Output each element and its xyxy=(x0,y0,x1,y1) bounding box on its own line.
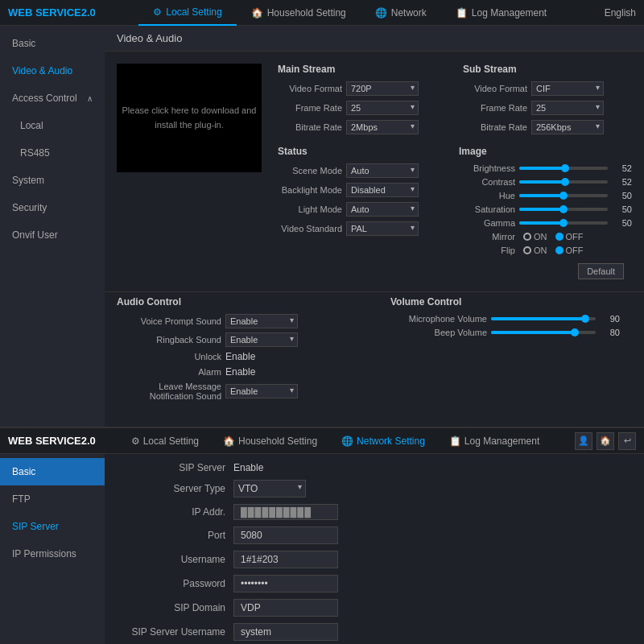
light-mode-wrapper: Auto xyxy=(346,202,419,217)
sip-domain-input[interactable] xyxy=(233,599,338,617)
nav-items: ⚙ Local Setting 🏠 Household Setting 🌐 Ne… xyxy=(138,0,561,26)
port-input[interactable] xyxy=(233,526,338,544)
main-video-format-wrapper: 720P xyxy=(346,81,419,96)
bottom-household-icon: 🏠 xyxy=(223,436,235,447)
server-type-select[interactable]: VTO xyxy=(233,480,306,497)
sub-bitrate-wrapper: 256Kbps xyxy=(531,120,604,134)
mirror-on-option[interactable]: ON xyxy=(523,232,547,242)
sub-video-format-wrapper: CIF xyxy=(531,81,604,96)
sidebar-item-video-audio[interactable]: Video & Audio xyxy=(0,57,105,85)
flip-on-radio xyxy=(523,246,531,254)
bottom-nav-local[interactable]: ⚙ Local Setting xyxy=(119,428,211,454)
nav-network[interactable]: 🌐 Network xyxy=(361,0,441,26)
voice-prompt-wrapper: Enable xyxy=(225,314,298,328)
scene-mode-wrapper: Auto xyxy=(346,163,419,178)
sub-video-format-select[interactable]: CIF xyxy=(531,81,604,96)
ip-addr-display: ██████████ xyxy=(233,504,338,520)
main-bitrate-wrapper: 2Mbps xyxy=(346,120,419,134)
network-icon: 🌐 xyxy=(375,7,387,19)
sidebar-item-onvif-user[interactable]: Onvif User xyxy=(0,221,105,249)
sidebar-item-system[interactable]: System xyxy=(0,167,105,194)
bottom-sidebar-ftp[interactable]: FTP xyxy=(0,485,105,513)
main-frame-rate-select[interactable]: 25 xyxy=(346,101,419,115)
backlight-mode-select[interactable]: Disabled xyxy=(346,183,419,197)
user-icon-btn[interactable]: 👤 xyxy=(575,432,592,450)
flip-on-option[interactable]: ON xyxy=(523,246,547,255)
bottom-local-icon: ⚙ xyxy=(131,436,140,447)
logout-icon-btn[interactable]: ↩ xyxy=(618,432,636,450)
local-setting-icon: ⚙ xyxy=(153,6,162,18)
hue-slider[interactable] xyxy=(519,194,608,197)
bottom-nav-network[interactable]: 🌐 Network Setting xyxy=(329,428,437,454)
nav-household-setting[interactable]: 🏠 Household Setting xyxy=(237,0,361,26)
sidebar-item-security[interactable]: Security xyxy=(0,194,105,221)
left-sidebar: Basic Video & Audio Access Control Local… xyxy=(0,26,105,427)
mirror-off-option[interactable]: OFF xyxy=(555,232,584,242)
leave-message-wrapper: Enable xyxy=(225,384,298,398)
bottom-nav-items: ⚙ Local Setting 🏠 Household Setting 🌐 Ne… xyxy=(119,428,552,454)
sidebar-item-local[interactable]: Local xyxy=(0,112,105,139)
bottom-sidebar-sip-server[interactable]: SIP Server xyxy=(0,513,105,540)
bottom-sidebar-basic[interactable]: Basic xyxy=(0,458,105,485)
sidebar-item-rs485[interactable]: RS485 xyxy=(0,139,105,167)
audio-control: Audio Control Voice Prompt Sound Enable … xyxy=(117,296,358,405)
scene-mode-select[interactable]: Auto xyxy=(346,163,419,178)
voice-prompt-select[interactable]: Enable xyxy=(225,314,298,328)
sidebar-item-basic[interactable]: Basic xyxy=(0,30,105,57)
flip-off-option[interactable]: OFF xyxy=(555,246,584,255)
nav-log-management[interactable]: 📋 Log Management xyxy=(441,0,561,26)
server-type-wrapper: VTO xyxy=(233,480,306,497)
language-selector[interactable]: English xyxy=(605,7,636,19)
bottom-nav-icons: 👤 🏠 ↩ xyxy=(575,432,636,450)
ringback-wrapper: Enable xyxy=(225,332,298,347)
light-mode-select[interactable]: Auto xyxy=(346,202,419,217)
mirror-on-radio xyxy=(523,233,531,241)
top-navigation: WEB SERVICE2.0 ⚙ Local Setting 🏠 Househo… xyxy=(0,0,644,26)
home-icon-btn[interactable]: 🏠 xyxy=(597,432,614,450)
main-content-area: Video & Audio Please click here to downl… xyxy=(105,26,644,427)
bottom-sidebar-ip-permissions[interactable]: IP Permissions xyxy=(0,540,105,568)
contrast-slider[interactable] xyxy=(519,180,608,184)
flip-off-radio xyxy=(555,246,564,254)
video-standard-select[interactable]: PAL xyxy=(346,221,419,236)
mirror-radio-group: ON OFF xyxy=(523,232,584,242)
main-video-format-select[interactable]: 720P xyxy=(346,81,419,96)
brightness-slider[interactable] xyxy=(519,167,608,170)
video-preview[interactable]: Please click here to download and instal… xyxy=(117,64,262,172)
sub-frame-rate-wrapper: 25 xyxy=(531,101,604,115)
password-input[interactable] xyxy=(233,575,338,592)
sip-server-username-input[interactable] xyxy=(233,623,338,641)
brand-logo: WEB SERVICE2.0 xyxy=(8,6,96,19)
sub-frame-rate-select[interactable]: 25 xyxy=(531,101,604,115)
beep-volume-slider[interactable] xyxy=(491,331,596,334)
bottom-sidebar: Basic FTP SIP Server IP Permissions xyxy=(0,454,105,644)
sidebar-item-access-control[interactable]: Access Control xyxy=(0,85,105,112)
bottom-nav-log[interactable]: 📋 Log Management xyxy=(437,428,551,454)
leave-message-select[interactable]: Enable xyxy=(225,384,298,398)
saturation-slider[interactable] xyxy=(519,208,608,211)
household-icon: 🏠 xyxy=(251,7,263,19)
main-stream-settings: Main Stream Video Format 720P F xyxy=(278,64,447,139)
bottom-main-content: SIP Server Enable Server Type VTO IP Add… xyxy=(105,454,644,644)
bottom-navigation: WEB SERVICE2.0 ⚙ Local Setting 🏠 Househo… xyxy=(0,428,644,454)
status-settings: Status Scene Mode Auto Backligh xyxy=(278,146,443,283)
bottom-brand: WEB SERVICE2.0 xyxy=(8,435,96,447)
audio-section: Audio Control Voice Prompt Sound Enable … xyxy=(105,291,644,409)
flip-radio-group: ON OFF xyxy=(523,246,584,255)
nav-local-setting[interactable]: ⚙ Local Setting xyxy=(138,0,236,26)
bottom-nav-household[interactable]: 🏠 Household Setting xyxy=(211,428,329,454)
gamma-slider[interactable] xyxy=(519,221,608,225)
main-bitrate-select[interactable]: 2Mbps xyxy=(346,120,419,134)
backlight-mode-wrapper: Disabled xyxy=(346,183,419,197)
log-icon: 📋 xyxy=(456,7,468,19)
sub-bitrate-select[interactable]: 256Kbps xyxy=(531,120,604,134)
section-title: Video & Audio xyxy=(105,26,644,52)
default-button[interactable]: Default xyxy=(578,263,624,279)
mic-volume-slider[interactable] xyxy=(491,317,596,320)
mirror-off-radio xyxy=(555,233,564,241)
ringback-select[interactable]: Enable xyxy=(225,332,298,347)
volume-control: Volume Control Microphone Volume 90 Beep… xyxy=(390,296,632,405)
username-input[interactable] xyxy=(233,551,338,568)
video-standard-wrapper: PAL xyxy=(346,221,419,236)
sip-server-value: Enable xyxy=(233,462,263,473)
